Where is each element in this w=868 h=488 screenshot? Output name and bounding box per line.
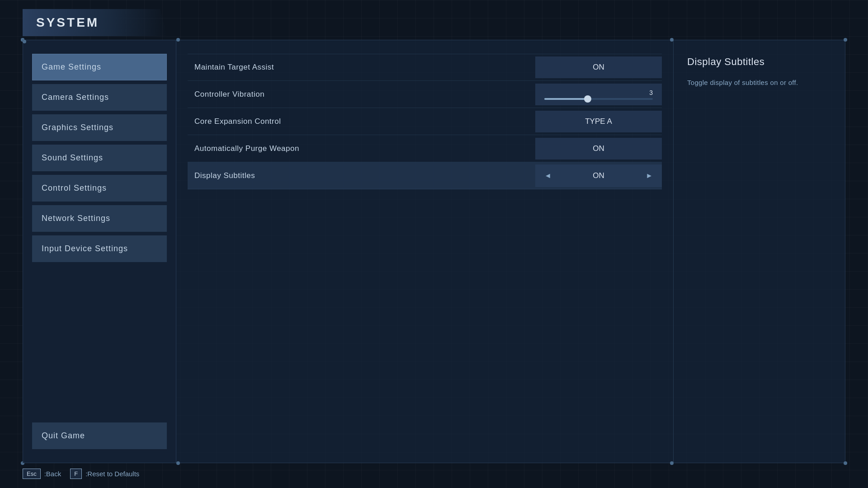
slider-fill <box>544 98 588 100</box>
sidebar-item-camera-settings[interactable]: Camera Settings <box>32 84 167 111</box>
slider-track <box>544 98 653 100</box>
setting-label-automatically-purge-weapon: Automatically Purge Weapon <box>188 144 535 153</box>
key-badge-f: F <box>70 469 82 479</box>
sidebar-item-game-settings[interactable]: Game Settings <box>32 54 167 80</box>
key-badge-esc: Esc <box>23 469 41 479</box>
setting-row-display-subtitles: Display Subtitles ◄ ON ► <box>188 162 662 189</box>
quit-game-button[interactable]: Quit Game <box>32 422 167 449</box>
setting-label-controller-vibration: Controller Vibration <box>188 90 535 99</box>
page-title: SYSTEM <box>36 15 99 29</box>
panels-wrapper: Game Settings Camera Settings Graphics S… <box>23 40 845 463</box>
arrow-right-display-subtitles[interactable]: ► <box>642 170 656 182</box>
corner-dot-tm <box>176 38 180 42</box>
setting-value-maintain-target-assist[interactable]: ON <box>535 56 662 78</box>
sidebar-item-input-device-settings[interactable]: Input Device Settings <box>32 235 167 262</box>
nav-spacer <box>32 266 167 414</box>
setting-row-core-expansion-control: Core Expansion Control TYPE A <box>188 108 662 135</box>
corner-dot-br <box>844 461 847 465</box>
title-bar: SYSTEM <box>23 9 167 36</box>
corner-dot-bm <box>176 461 180 465</box>
sidebar-item-sound-settings[interactable]: Sound Settings <box>32 145 167 171</box>
setting-label-core-expansion-control: Core Expansion Control <box>188 117 535 126</box>
corner-dot-bm2 <box>670 461 674 465</box>
hint-label-reset: :Reset to Defaults <box>85 470 139 478</box>
setting-row-controller-vibration: Controller Vibration 3 <box>188 81 662 108</box>
setting-row-automatically-purge-weapon: Automatically Purge Weapon ON <box>188 135 662 162</box>
corner-dot-tr <box>844 38 847 42</box>
info-title: Display Subtitles <box>687 56 831 68</box>
bottom-hint-back: Esc :Back <box>23 469 61 479</box>
arrow-left-display-subtitles[interactable]: ◄ <box>541 170 555 182</box>
slider-controller-vibration[interactable]: 3 <box>535 84 662 105</box>
setting-label-maintain-target-assist: Maintain Target Assist <box>188 63 535 72</box>
corner-dot-tm2 <box>670 38 674 42</box>
bottom-hint-reset: F :Reset to Defaults <box>70 469 139 479</box>
sidebar-item-graphics-settings[interactable]: Graphics Settings <box>32 114 167 141</box>
setting-row-maintain-target-assist: Maintain Target Assist ON <box>188 54 662 81</box>
slider-value-controller-vibration: 3 <box>649 89 653 96</box>
sidebar-item-control-settings[interactable]: Control Settings <box>32 175 167 202</box>
hint-label-back: :Back <box>44 470 61 478</box>
slider-thumb[interactable] <box>584 95 591 103</box>
sidebar-item-network-settings[interactable]: Network Settings <box>32 205 167 232</box>
right-panel: Display Subtitles Toggle display of subt… <box>674 40 845 463</box>
setting-value-core-expansion-control[interactable]: TYPE A <box>535 111 662 132</box>
bottom-bar: Esc :Back F :Reset to Defaults <box>23 463 845 479</box>
info-desc: Toggle display of subtitles on or off. <box>687 77 831 89</box>
center-panel: Maintain Target Assist ON Controller Vib… <box>176 40 674 463</box>
left-panel: Game Settings Camera Settings Graphics S… <box>23 40 176 463</box>
main-container: SYSTEM Game Settings Camera Settings Gra… <box>23 9 845 479</box>
setting-value-automatically-purge-weapon[interactable]: ON <box>535 138 662 160</box>
setting-value-display-subtitles[interactable]: ◄ ON ► <box>535 164 662 187</box>
setting-label-display-subtitles: Display Subtitles <box>188 171 535 180</box>
